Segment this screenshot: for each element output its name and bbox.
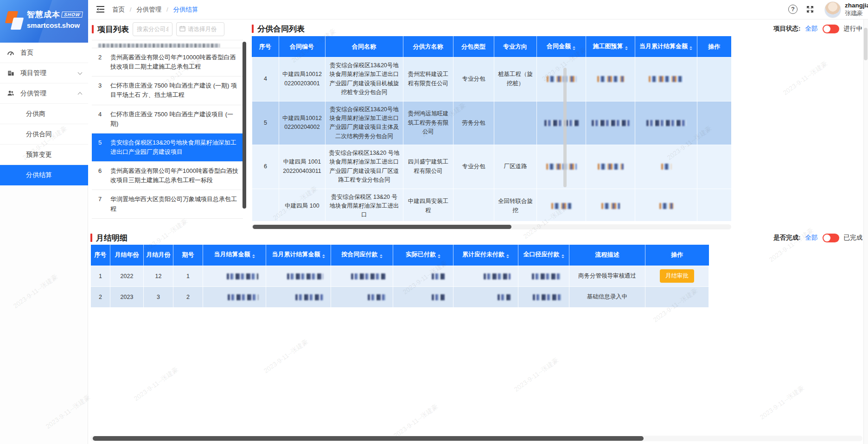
page-vertical-scroll-track [863,19,868,444]
cell-subpackage-type: 专业分包 [453,57,494,101]
cell-contract-no: 中建四局1001202200203001 [279,57,326,101]
redacted-amount [601,203,620,209]
brand-badge: SHOW [61,12,83,18]
list-item[interactable]: 7华润置地华西大区贵阳公司万象城项目总承包工程 [92,190,243,218]
complete-filter-all[interactable]: 全部 [805,234,818,242]
col-payable-per-contract-sortable[interactable]: 按合同应付款 [331,245,393,266]
redacted-amount [659,203,673,209]
item-name: 仁怀市唐庄酒业 7500 吨白酒生产建设 (一期) 项目平场土石 方、挡土墙工程 [110,81,239,100]
monthly-approve-button[interactable]: 月结审批 [660,269,694,283]
item-number: 4 [98,110,105,128]
item-number: 6 [98,166,105,185]
username: zhangjianhao [845,2,868,10]
cell-process-desc: 基础信息录入中 [569,286,645,307]
table-row-clipped[interactable]: 中建四局 100 贵安综合保税区 13&20 号地块食用菜籽油深加工进出口 中建… [252,189,732,221]
page-horizontal-scroll-thumb[interactable] [93,436,644,441]
redacted-amount [432,273,446,279]
cell-payable-per-contract [331,266,393,286]
col-seq: 序号 [91,245,110,266]
list-item[interactable]: 2贵州高酱酒业有限公司年产10000吨酱香型白酒技改项目二期土建施工总承包工程 [92,48,243,76]
sidebar-item-suppliers[interactable]: 分供商 [0,104,88,124]
list-item[interactable]: 4仁怀市唐庄酒业 7500 吨白酒生产建设项目 (一期) [92,105,243,133]
list-item[interactable]: 3仁怀市唐庄酒业 7500 吨白酒生产建设 (一期) 项目平场土石 方、挡土墙工… [92,76,243,105]
status-filter-label: 项目状态: [773,25,801,33]
sidebar-item-budget-change[interactable]: 预算变更 [0,145,88,165]
contract-table-hscroll-thumb[interactable] [253,225,511,229]
col-seq: 序号 [252,36,279,57]
contract-panel: 分供合同列表 项目状态: 全部 进行中 序号 合同编号 合同名称 分供方名称 分… [252,21,862,231]
col-month-settle-sortable[interactable]: 当月结算金额 [203,245,266,266]
col-month-total-sortable[interactable]: 当月累计结算金额 [635,36,697,57]
table-row[interactable]: 1 2022 12 1 商务分管领导审核通过 月结审批 [91,266,709,286]
col-contract-amount-sortable[interactable]: 合同金额 [536,36,586,57]
sort-icon[interactable] [562,253,564,260]
menu-fold-icon[interactable] [96,6,104,14]
user-avatar[interactable] [824,1,841,18]
sidebar-item-project-mgmt[interactable]: 项目管理 [0,63,88,83]
cell-month: 12 [144,266,173,286]
redacted-amount [295,294,323,300]
watermark: 2023-9-11--张建豪 [262,337,310,375]
cell-vendor: 四川盛宁建筑工程有限公司 [403,145,453,189]
status-toggle[interactable] [823,25,839,33]
monthly-title: 月结明细 [90,233,128,243]
sort-icon[interactable] [322,253,325,260]
breadcrumb-home[interactable]: 首页 [112,6,125,13]
title-accent-bar [92,25,94,33]
project-list-scrollbar[interactable] [243,42,246,209]
sidebar-item-supply-contracts[interactable]: 分供合同 [0,124,88,145]
complete-toggle[interactable] [823,234,839,242]
list-item[interactable]: 6贵州高酱酒业有限公司年产1000吨酱香型白酒技改项目三期土建施工总承包工程一标… [92,162,243,190]
sort-icon[interactable] [252,253,255,260]
cell-actually-paid [393,286,453,307]
dashboard-icon [6,49,15,57]
month-picker[interactable]: 请选择月份 [176,22,224,36]
cell-seq: 5 [252,101,279,145]
col-unpaid-cumulative-sortable[interactable]: 累计应付未付款 [453,245,518,266]
sidebar: 智慧成本SHOW smartcost.show 首页 项目管理 分供管理 分供商… [0,0,88,444]
item-name: 贵州高酱酒业有限公司年产10000吨酱香型白酒技改项目二期土建施工总承包工程 [110,53,239,71]
sort-icon[interactable] [625,45,628,51]
cell-payable-per-contract [331,286,393,307]
item-number: 2 [98,53,105,71]
cell-contract-no: 中建四局 1001202200403011 [279,145,326,189]
fullscreen-icon[interactable] [806,5,814,15]
cell-vendor: 贵州宏科建设工程有限责任公司 [403,57,453,101]
cell-actions [697,145,732,189]
sort-icon[interactable] [506,253,509,260]
redacted-amount [498,294,511,300]
sidebar-item-supply-settlement[interactable]: 分供结算 [0,165,88,185]
cell-contract-name: 贵安综合保税区13&20 号地块食用菜籽油深加工进出口产业园厂房建设项目厂区道路… [326,145,403,189]
table-row[interactable]: 6 中建四局 1001202200403011 贵安综合保税区13&20 号地块… [252,145,732,189]
sort-icon[interactable] [438,253,440,260]
cell-drawing-budget [586,101,635,145]
col-month-cumulative-sortable[interactable]: 当月累计结算金额 [266,245,331,266]
page-vertical-scroll-thumb[interactable] [864,28,868,60]
col-drawing-budget-sortable[interactable]: 施工图预算 [586,36,635,57]
sidebar-item-home[interactable]: 首页 [0,43,88,63]
help-icon[interactable]: ? [788,5,798,14]
item-name: 贵安综合保税区13&20号地块食用菜籽油深加工进出口产业园厂房建设项目 [110,138,239,157]
search-input[interactable] [133,22,172,36]
sidebar-item-supplier-mgmt[interactable]: 分供管理 [0,83,88,104]
sort-icon[interactable] [573,45,575,51]
col-full-caliber-payable-sortable[interactable]: 全口径应付款 [518,245,569,266]
table-row[interactable]: 2 2023 3 2 基础信息录入中 [91,286,709,307]
col-period: 期号 [173,245,203,266]
cell-actions [697,57,732,101]
list-item-clipped[interactable] [92,40,243,48]
list-item-selected[interactable]: 5贵安综合保税区13&20号地块食用菜籽油深加工进出口产业园厂房建设项目 [92,133,243,162]
breadcrumb-supplier-mgmt[interactable]: 分供管理 [136,6,161,13]
sort-icon[interactable] [380,253,383,260]
item-name: 华润置地华西大区贵阳公司万象城项目总承包工程 [110,195,239,213]
col-actually-paid-sortable[interactable]: 实际已付款 [393,245,453,266]
cell-contract-name: 贵安综合保税区13&20号地块食用菜籽油深加工进出口产业园厂房建设项目主体及二次… [326,101,403,145]
sort-icon[interactable] [689,45,692,51]
redacted-amount [649,76,684,82]
contract-table-vertical-scrollbar[interactable] [563,68,567,187]
table-row[interactable]: 4 中建四局1001202200203001 贵安综合保税区13&20号地块食用… [252,57,732,101]
user-caret-icon[interactable] [854,14,859,19]
table-row-selected[interactable]: 5 中建四局1001202200204002 贵安综合保税区13&20号地块食用… [252,101,732,145]
contract-table-body: 4 中建四局1001202200203001 贵安综合保税区13&20号地块食用… [252,57,731,221]
status-filter-all[interactable]: 全部 [805,25,818,33]
